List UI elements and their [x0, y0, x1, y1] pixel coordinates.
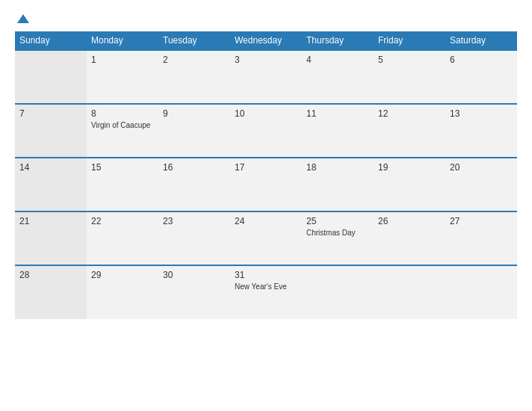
- day-number: 25: [306, 216, 369, 226]
- calendar-cell: [15, 50, 87, 104]
- calendar-cell: 7: [15, 104, 87, 158]
- week-row-2: 14151617181920: [15, 158, 517, 211]
- day-number: 17: [235, 162, 297, 173]
- event-label: New Year's Eve: [235, 282, 297, 291]
- calendar-cell: 15: [87, 158, 158, 211]
- header-wednesday: Wednesday: [230, 31, 302, 50]
- day-number: 20: [450, 162, 513, 173]
- week-row-3: 2122232425Christmas Day2627: [15, 211, 517, 265]
- event-label: Virgin of Caacupe: [91, 120, 154, 130]
- calendar-cell: 22: [87, 211, 158, 265]
- day-number: 26: [378, 216, 441, 226]
- calendar-cell: 28: [15, 265, 87, 319]
- day-number: 23: [163, 216, 226, 226]
- calendar-cell: 26: [374, 211, 445, 265]
- day-number: 7: [19, 108, 82, 119]
- event-label: Christmas Day: [306, 228, 369, 238]
- day-number: 9: [163, 108, 226, 119]
- day-number: 16: [163, 162, 226, 173]
- calendar-cell: 11: [302, 104, 374, 158]
- header-sunday: Sunday: [15, 31, 87, 50]
- calendar-table: Sunday Monday Tuesday Wednesday Thursday…: [15, 31, 517, 319]
- calendar-cell: 23: [158, 211, 230, 265]
- header: [15, 13, 517, 24]
- day-number: 14: [19, 162, 82, 173]
- calendar-cell: 17: [230, 158, 302, 211]
- calendar-cell: 1: [87, 50, 158, 104]
- day-number: 12: [378, 108, 441, 119]
- calendar-cell: 29: [87, 265, 158, 319]
- day-number: 8: [91, 108, 154, 119]
- day-number: 13: [450, 108, 513, 119]
- day-number: 19: [378, 162, 441, 173]
- day-number: 10: [235, 108, 297, 119]
- calendar-cell: [302, 265, 374, 319]
- calendar-cell: 14: [15, 158, 87, 211]
- calendar-cell: 27: [445, 211, 517, 265]
- header-friday: Friday: [374, 31, 445, 50]
- calendar-cell: 18: [302, 158, 374, 211]
- calendar-cell: 25Christmas Day: [302, 211, 374, 265]
- calendar-cell: 6: [445, 50, 517, 104]
- day-number: 27: [450, 216, 513, 226]
- calendar-cell: 20: [445, 158, 517, 211]
- calendar-cell: 30: [158, 265, 230, 319]
- calendar-cell: 13: [445, 104, 517, 158]
- day-number: 21: [19, 216, 82, 226]
- day-number: 29: [91, 270, 154, 280]
- day-number: 5: [378, 55, 441, 65]
- weekday-header-row: Sunday Monday Tuesday Wednesday Thursday…: [15, 31, 517, 50]
- calendar-cell: 10: [230, 104, 302, 158]
- day-number: 2: [163, 55, 226, 65]
- calendar-cell: 31New Year's Eve: [230, 265, 302, 319]
- calendar-cell: 5: [374, 50, 445, 104]
- week-row-4: 28293031New Year's Eve: [15, 265, 517, 319]
- calendar-cell: 9: [158, 104, 230, 158]
- calendar-cell: 2: [158, 50, 230, 104]
- calendar-cell: 19: [374, 158, 445, 211]
- day-number: 28: [19, 270, 82, 280]
- calendar-cell: 12: [374, 104, 445, 158]
- day-number: 11: [306, 108, 369, 119]
- day-number: 3: [235, 55, 297, 65]
- calendar-cell: 24: [230, 211, 302, 265]
- day-number: 30: [163, 270, 226, 280]
- calendar-cell: [445, 265, 517, 319]
- logo: [15, 13, 30, 24]
- day-number: 31: [235, 270, 297, 280]
- day-number: 22: [91, 216, 154, 226]
- day-number: 6: [450, 55, 513, 65]
- calendar-cell: 21: [15, 211, 87, 265]
- svg-marker-0: [17, 14, 29, 23]
- day-number: 24: [235, 216, 297, 226]
- day-number: 18: [306, 162, 369, 173]
- day-number: 1: [91, 55, 154, 65]
- calendar-cell: 4: [302, 50, 374, 104]
- day-number: 15: [91, 162, 154, 173]
- calendar-page: Sunday Monday Tuesday Wednesday Thursday…: [0, 0, 532, 411]
- header-tuesday: Tuesday: [158, 31, 230, 50]
- logo-triangle-icon: [16, 13, 30, 24]
- day-number: 4: [306, 55, 369, 65]
- calendar-cell: [374, 265, 445, 319]
- header-thursday: Thursday: [302, 31, 374, 50]
- week-row-0: 123456: [15, 50, 517, 104]
- calendar-cell: 3: [230, 50, 302, 104]
- calendar-cell: 8Virgin of Caacupe: [87, 104, 158, 158]
- header-saturday: Saturday: [445, 31, 517, 50]
- week-row-1: 78Virgin of Caacupe910111213: [15, 104, 517, 158]
- calendar-cell: 16: [158, 158, 230, 211]
- header-monday: Monday: [87, 31, 158, 50]
